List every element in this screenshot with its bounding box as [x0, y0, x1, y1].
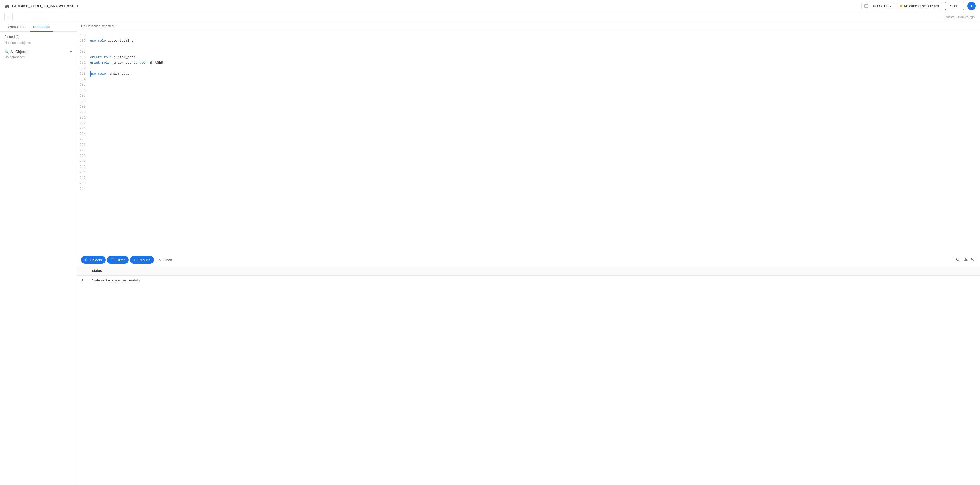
line-number: 190: [77, 55, 90, 60]
code-line: 195: [77, 82, 980, 87]
toolbar-tabs: ⬡ Objects ☰ Editor ↩ Results ∿ Chart: [81, 256, 176, 264]
line-number: 200: [77, 110, 90, 115]
code-line: 214: [77, 186, 980, 192]
code-line: 209: [77, 159, 980, 164]
db-chevron-icon[interactable]: ▾: [115, 24, 117, 28]
line-content: create role junior_dba;: [90, 55, 980, 60]
code-editor[interactable]: 186 187 use role accountadmin; 188 189: [77, 30, 980, 254]
warehouse-status-dot: [900, 5, 902, 7]
filter-icon: [6, 15, 10, 19]
code-line: 197: [77, 93, 980, 99]
project-name: CITIBIKE_ZERO_TO_SNOWFLAKE: [12, 4, 75, 8]
tab-databases[interactable]: Databases: [30, 22, 53, 32]
editor-tab-button[interactable]: ☰ Editor: [107, 256, 129, 264]
line-number: 196: [77, 87, 90, 93]
objects-tab-label: Objects: [90, 258, 102, 262]
line-number: 199: [77, 104, 90, 110]
chart-tab-label: Chart: [164, 258, 172, 262]
code-line: 203: [77, 126, 980, 131]
sub-header: Updated 2 minutes ago: [0, 12, 980, 22]
header-row: status: [77, 266, 980, 276]
sidebar-tabs: Worksheets Databases: [0, 22, 76, 32]
results-header: status: [77, 266, 980, 276]
expand-icon: [971, 257, 975, 262]
line-number: 207: [77, 148, 90, 153]
filter-button[interactable]: [5, 13, 13, 21]
line-number: 198: [77, 99, 90, 104]
project-chevron-icon[interactable]: ▾: [77, 4, 78, 8]
line-content: grant role junior_dba to user SF_USER;: [90, 60, 980, 65]
code-line: 206: [77, 142, 980, 148]
all-objects-row: 🔍 All Objects ···: [5, 49, 72, 54]
code-line: 204: [77, 131, 980, 137]
expand-button[interactable]: [971, 257, 975, 263]
line-number: 188: [77, 44, 90, 49]
line-number: 208: [77, 153, 90, 159]
objects-icon: ⬡: [85, 258, 88, 262]
pinned-header: Pinned (0): [5, 35, 72, 39]
results-table: status 1 Statement executed successfully…: [77, 266, 980, 285]
svg-rect-4: [974, 260, 975, 261]
code-line: 188: [77, 44, 980, 49]
more-icon[interactable]: ···: [68, 49, 72, 54]
user-name: JUNIOR_DBA: [870, 4, 891, 8]
code-line: 210: [77, 164, 980, 170]
search-results-button[interactable]: [956, 257, 960, 263]
line-number: 193: [77, 71, 90, 76]
code-line: 189: [77, 49, 980, 55]
code-line: 194: [77, 76, 980, 82]
row-num-header: [77, 266, 88, 276]
user-badge[interactable]: JUNIOR_DBA: [861, 3, 894, 10]
code-line: 187 use role accountadmin;: [77, 38, 980, 44]
search-small-icon: 🔍: [5, 50, 9, 54]
no-pinned-text: No pinned objects: [5, 41, 72, 45]
svg-line-2: [959, 260, 960, 261]
warehouse-name: No Warehouse selected: [904, 4, 939, 8]
no-databases-text: No databases: [5, 55, 72, 59]
header-right: JUNIOR_DBA No Warehouse selected Share: [861, 2, 975, 10]
sidebar-content: Pinned (0) No pinned objects 🔍 All Objec…: [0, 32, 76, 485]
row-number: 1: [77, 276, 88, 285]
share-button[interactable]: Share: [945, 2, 964, 10]
line-number: 211: [77, 170, 90, 175]
db-selector-bar: No Database selected ▾: [77, 22, 980, 30]
line-number: 205: [77, 137, 90, 142]
status-value: Statement executed successfully.: [88, 276, 980, 285]
results-tab-button[interactable]: ↩ Results: [130, 256, 154, 264]
code-line: 213: [77, 181, 980, 186]
tab-worksheets[interactable]: Worksheets: [5, 22, 30, 32]
code-line: 193 use role junior_dba;: [77, 71, 980, 76]
download-button[interactable]: [964, 257, 968, 263]
line-number: 203: [77, 126, 90, 131]
line-number: 186: [77, 33, 90, 38]
home-icon[interactable]: [5, 3, 10, 9]
sub-header-left: [5, 13, 13, 21]
line-number: 213: [77, 181, 90, 186]
code-line: 212: [77, 175, 980, 181]
all-objects-text: All Objects: [10, 50, 27, 54]
line-number: 197: [77, 93, 90, 99]
line-number: 195: [77, 82, 90, 87]
code-line: 192: [77, 65, 980, 71]
warehouse-badge[interactable]: No Warehouse selected: [897, 3, 942, 10]
bottom-toolbar: ⬡ Objects ☰ Editor ↩ Results ∿ Chart: [77, 254, 980, 266]
code-line: 196: [77, 87, 980, 93]
code-line: 199: [77, 104, 980, 110]
line-content: use role accountadmin;: [90, 38, 980, 44]
line-number: 209: [77, 159, 90, 164]
code-line: 198: [77, 99, 980, 104]
code-line: 201: [77, 115, 980, 121]
editor-area: No Database selected ▾ 186 187 use role …: [77, 22, 980, 485]
main-layout: Worksheets Databases Pinned (0) No pinne…: [0, 22, 980, 485]
code-line: 208: [77, 153, 980, 159]
line-number: 187: [77, 38, 90, 44]
chart-icon: ∿: [159, 258, 162, 262]
line-number: 204: [77, 131, 90, 137]
run-button[interactable]: [967, 2, 975, 10]
all-objects-label[interactable]: 🔍 All Objects: [5, 50, 27, 54]
chart-tab-button[interactable]: ∿ Chart: [155, 256, 176, 264]
status-column-header: status: [88, 266, 980, 276]
objects-tab-button[interactable]: ⬡ Objects: [81, 256, 106, 264]
svg-rect-3: [972, 258, 973, 259]
header-left: CITIBIKE_ZERO_TO_SNOWFLAKE ▾: [5, 3, 78, 9]
